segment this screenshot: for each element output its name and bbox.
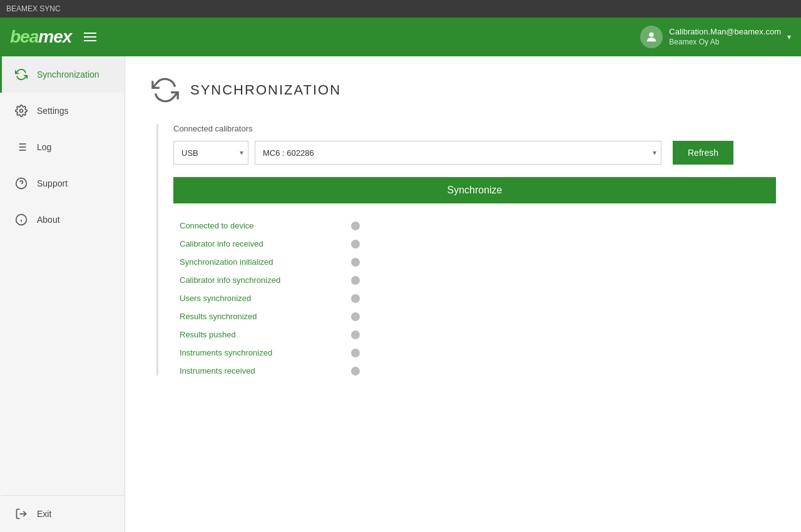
device-select[interactable]: MC6 : 602286: [255, 141, 661, 165]
status-item: Instruments received: [180, 366, 776, 376]
support-icon: [14, 176, 28, 190]
status-indicator: [351, 330, 360, 339]
about-icon: [14, 213, 28, 227]
user-email: Calibration.Man@beamex.com: [669, 27, 781, 38]
user-company: Beamex Oy Ab: [669, 38, 781, 48]
log-icon: [14, 140, 28, 154]
sidebar-label-synchronization: Synchronization: [37, 69, 99, 79]
hamburger-line: [84, 40, 96, 41]
content-area: SYNCHRONIZATION Connected calibrators US…: [125, 56, 801, 532]
sync-icon-large: [150, 75, 180, 105]
hamburger-line: [84, 33, 96, 34]
menu-button[interactable]: [81, 30, 99, 44]
header-left: beamex: [10, 27, 99, 47]
status-indicator: [351, 222, 360, 230]
sidebar: Synchronization Settings: [0, 56, 125, 532]
status-indicator: [351, 276, 360, 285]
svg-point-1: [20, 110, 23, 113]
status-item: Calibrator info synchronized: [180, 275, 776, 285]
status-indicator: [351, 349, 360, 357]
exit-icon: [14, 507, 28, 521]
status-item-label: Calibrator info received: [180, 239, 342, 248]
header-right: Calibration.Man@beamex.com Beamex Oy Ab …: [640, 26, 791, 48]
user-info: Calibration.Man@beamex.com Beamex Oy Ab: [669, 27, 781, 47]
synchronize-button[interactable]: Synchronize: [173, 177, 776, 203]
status-list: Connected to deviceCalibrator info recei…: [173, 221, 776, 376]
user-dropdown-arrow[interactable]: ▾: [787, 33, 791, 41]
status-item: Connected to device: [180, 221, 776, 230]
status-item-label: Connected to device: [180, 221, 342, 230]
sidebar-spacer: [0, 238, 125, 495]
status-indicator: [351, 240, 360, 248]
content-inner: Connected calibrators USB MC6 : 602286 R…: [156, 124, 776, 376]
status-item: Calibrator info received: [180, 239, 776, 248]
status-item-label: Calibrator info synchronized: [180, 275, 342, 285]
connected-calibrators-label: Connected calibrators: [173, 124, 776, 133]
sidebar-item-exit[interactable]: Exit: [0, 495, 125, 532]
main-area: Synchronization Settings: [0, 56, 801, 532]
user-avatar: [640, 26, 663, 48]
sidebar-label-exit: Exit: [37, 509, 51, 519]
page-header: SYNCHRONIZATION: [150, 75, 776, 105]
hamburger-line: [84, 36, 96, 38]
status-indicator: [351, 312, 360, 321]
status-item-label: Instruments synchronized: [180, 348, 342, 357]
title-bar: BEAMEX SYNC: [0, 0, 801, 18]
refresh-button[interactable]: Refresh: [673, 141, 733, 165]
status-item-label: Results pushed: [180, 330, 342, 339]
usb-select-wrapper: USB: [173, 141, 248, 165]
status-item-label: Instruments received: [180, 366, 342, 376]
status-item: Instruments synchronized: [180, 348, 776, 357]
sync-icon: [14, 68, 28, 81]
sidebar-item-about[interactable]: About: [0, 202, 125, 238]
status-indicator: [351, 294, 360, 303]
connected-row: USB MC6 : 602286 Refresh: [173, 141, 776, 165]
status-item-label: Users synchronized: [180, 294, 342, 303]
svg-point-0: [650, 33, 654, 37]
usb-select[interactable]: USB: [173, 141, 248, 165]
status-item-label: Synchronization initialized: [180, 257, 342, 267]
settings-icon: [14, 104, 28, 118]
logo: beamex: [10, 27, 71, 47]
status-indicator: [351, 367, 360, 376]
sidebar-label-support: Support: [37, 178, 68, 188]
sidebar-label-settings: Settings: [37, 106, 69, 116]
page-title: SYNCHRONIZATION: [190, 82, 341, 98]
sidebar-item-log[interactable]: Log: [0, 129, 125, 165]
status-item: Results synchronized: [180, 312, 776, 321]
sidebar-item-synchronization[interactable]: Synchronization: [0, 56, 125, 93]
app-title: BEAMEX SYNC: [6, 4, 61, 13]
status-item: Synchronization initialized: [180, 257, 776, 267]
sidebar-label-about: About: [37, 215, 60, 225]
sidebar-item-settings[interactable]: Settings: [0, 93, 125, 129]
status-indicator: [351, 258, 360, 267]
sidebar-label-log: Log: [37, 142, 51, 152]
header: beamex Calibration.Man@beamex.com Beamex…: [0, 18, 801, 56]
device-select-wrapper: MC6 : 602286: [255, 141, 661, 165]
status-item-label: Results synchronized: [180, 312, 342, 321]
status-item: Results pushed: [180, 330, 776, 339]
sidebar-item-support[interactable]: Support: [0, 165, 125, 202]
status-item: Users synchronized: [180, 294, 776, 303]
